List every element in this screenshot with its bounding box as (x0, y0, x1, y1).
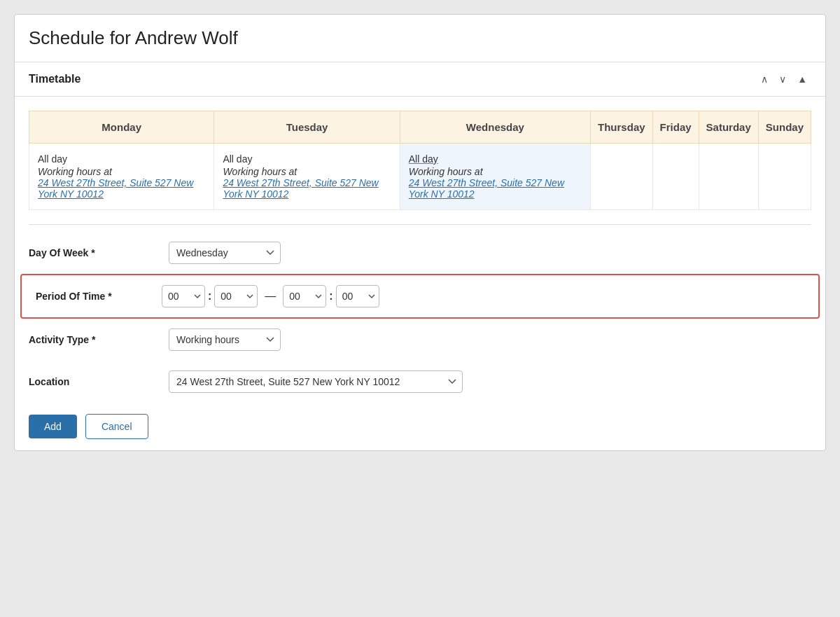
header-saturday: Saturday (699, 111, 758, 144)
monday-working: Working hours at (38, 166, 112, 177)
header-sunday: Sunday (758, 111, 811, 144)
day-of-week-label: Day Of Week * (29, 247, 155, 258)
end-min-select[interactable]: 00 15 30 45 (336, 285, 379, 307)
cell-monday: All day Working hours at 24 West 27th St… (29, 144, 214, 210)
section-header: Timetable ∧ ∨ ▲ (15, 62, 825, 97)
cell-wednesday: All day Working hours at 24 West 27th St… (400, 144, 590, 210)
tuesday-allday: All day (223, 153, 391, 165)
colon-2: : (326, 290, 335, 303)
activity-label: Activity Type * (29, 334, 155, 345)
period-controls: 00 01 02 03 04 05 06 07 08 09 10 11 12 1… (162, 285, 379, 307)
cell-saturday (699, 144, 758, 210)
activity-type-select[interactable]: Working hours Break Unavailable (169, 328, 281, 351)
scroll-up-button[interactable]: ∧ (757, 72, 772, 86)
timetable: Monday Tuesday Wednesday Thursday Friday… (29, 111, 811, 210)
cell-tuesday: All day Working hours at 24 West 27th St… (214, 144, 400, 210)
time-dash: — (258, 290, 283, 303)
day-of-week-select[interactable]: Monday Tuesday Wednesday Thursday Friday… (169, 242, 281, 264)
main-card: Schedule for Andrew Wolf Timetable ∧ ∨ ▲… (14, 14, 826, 451)
tuesday-working: Working hours at (223, 166, 297, 177)
page-title: Schedule for Andrew Wolf (15, 15, 825, 62)
section-title: Timetable (29, 73, 80, 85)
header-thursday: Thursday (591, 111, 653, 144)
end-hour-select[interactable]: 00 01 02 03 04 05 06 07 08 09 10 11 12 1… (283, 285, 326, 307)
header-friday: Friday (652, 111, 699, 144)
actions-row: Add Cancel (15, 403, 825, 450)
wednesday-working: Working hours at (409, 166, 483, 177)
monday-allday: All day (38, 153, 205, 165)
cancel-button[interactable]: Cancel (85, 414, 148, 439)
cell-friday (652, 144, 699, 210)
header-tuesday: Tuesday (214, 111, 400, 144)
wednesday-allday: All day (409, 153, 582, 165)
location-row: Location 24 West 27th Street, Suite 527 … (15, 361, 825, 403)
period-of-time-row: Period Of Time * 00 01 02 03 04 05 06 07… (20, 274, 820, 319)
period-label: Period Of Time * (36, 291, 162, 302)
colon-1: : (205, 290, 214, 303)
monday-location-link[interactable]: 24 West 27th Street, Suite 527 New York … (38, 177, 193, 200)
add-button[interactable]: Add (29, 415, 77, 438)
scroll-down-button[interactable]: ∨ (775, 72, 790, 86)
section-controls: ∧ ∨ ▲ (757, 72, 811, 86)
location-select[interactable]: 24 West 27th Street, Suite 527 New York … (169, 370, 463, 393)
cell-sunday (758, 144, 811, 210)
timetable-container: Monday Tuesday Wednesday Thursday Friday… (15, 97, 825, 217)
tuesday-location-link[interactable]: 24 West 27th Street, Suite 527 New York … (223, 177, 378, 200)
activity-type-row: Activity Type * Working hours Break Unav… (15, 319, 825, 361)
wednesday-location-link[interactable]: 24 West 27th Street, Suite 527 New York … (409, 177, 564, 200)
location-label: Location (29, 376, 155, 387)
header-monday: Monday (29, 111, 214, 144)
start-min-select[interactable]: 00 15 30 45 (214, 285, 258, 307)
cell-thursday (591, 144, 653, 210)
start-hour-select[interactable]: 00 01 02 03 04 05 06 07 08 09 10 11 12 1… (162, 285, 205, 307)
collapse-button[interactable]: ▲ (793, 72, 811, 86)
day-of-week-row: Day Of Week * Monday Tuesday Wednesday T… (15, 232, 825, 274)
divider-1 (29, 224, 811, 225)
header-wednesday: Wednesday (400, 111, 590, 144)
